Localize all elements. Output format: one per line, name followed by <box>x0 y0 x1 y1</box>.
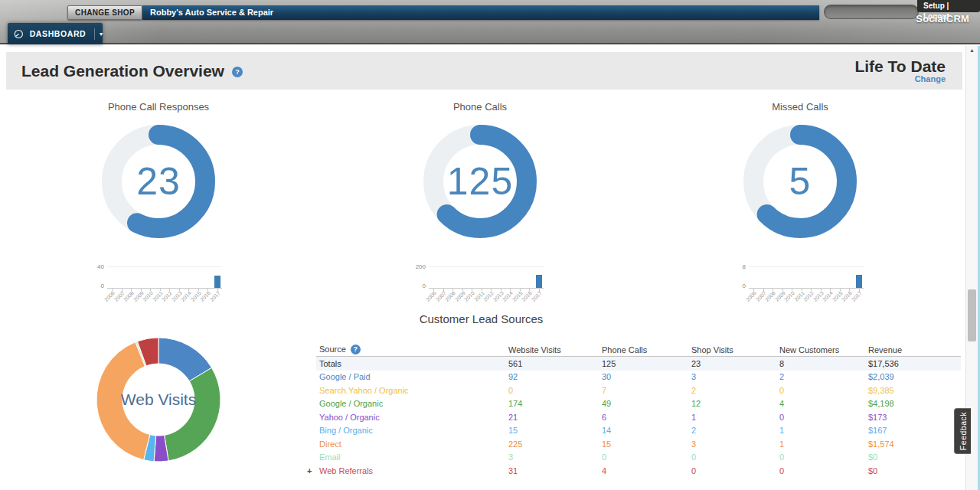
website-visits-cell: 225 <box>508 439 602 449</box>
revenue-cell: $173 <box>868 413 961 422</box>
y-axis-min: 0 <box>727 283 746 289</box>
chevron-down-icon[interactable]: ▾ <box>100 31 103 38</box>
donut-segment[interactable] <box>96 342 150 460</box>
gauge-value: 23 <box>101 124 216 239</box>
website-visits-cell: 31 <box>508 466 602 475</box>
table-row: Search.Yahoo / Organic 0 7 2 0 $9,385 <box>316 384 961 397</box>
gauge-phone-calls: Phone Calls 125 <box>396 101 564 239</box>
table-row: +Web Referrals 31 4 0 0 $0 <box>316 464 961 478</box>
shop-visits-cell: 3 <box>691 439 779 449</box>
phone-calls-cell: 4 <box>602 466 691 475</box>
table-row: Google / Paid 92 30 3 2 $2,039 <box>316 371 961 384</box>
scrollbar-thumb[interactable] <box>968 289 976 341</box>
help-icon[interactable]: ? <box>232 67 243 77</box>
feedback-tab[interactable]: Feedback <box>954 408 971 454</box>
table-row: Bing / Organic 15 14 2 1 $167 <box>316 424 961 438</box>
table-row: Direct 225 15 3 1 $1,574 <box>316 437 961 451</box>
column-new-customers: New Customers <box>779 345 868 354</box>
help-icon[interactable]: ? <box>351 345 361 354</box>
new-customers-cell: 1 <box>779 426 868 435</box>
new-customers-cell: 0 <box>779 466 868 475</box>
gauge-phone-call-responses: Phone Call Responses 23 <box>74 101 243 239</box>
table-row: Email 3 0 0 0 $0 <box>316 451 961 465</box>
website-visits-cell: 0 <box>508 386 602 395</box>
brand-logo: SocialCRM <box>916 13 969 24</box>
shop-name: Robby's Auto Service & Repair <box>142 5 819 20</box>
new-customers-cell: 4 <box>779 399 868 408</box>
source-cell[interactable]: Direct <box>316 439 508 449</box>
new-customers-cell: 0 <box>779 413 868 422</box>
gauge-value: 125 <box>423 124 537 239</box>
source-cell[interactable]: +Web Referrals <box>316 466 508 475</box>
phone-calls-cell: 14 <box>602 426 691 435</box>
yearly-trend-chart-calls: 200 0 2006200720082009201020112012201320… <box>407 263 545 302</box>
bar-2017 <box>214 276 220 288</box>
source-cell[interactable]: Totals <box>316 359 508 368</box>
column-revenue: Revenue <box>868 345 961 354</box>
website-visits-cell: 92 <box>508 372 602 381</box>
website-visits-cell: 15 <box>508 426 602 435</box>
y-axis-max: 40 <box>86 263 104 270</box>
source-cell[interactable]: Bing / Organic <box>316 426 508 435</box>
table-row: Yahoo / Organic 21 6 1 0 $173 <box>316 410 961 424</box>
shop-visits-cell: 0 <box>691 466 779 475</box>
feedback-label: Feedback <box>959 412 968 450</box>
setup-logout-button[interactable]: Setup | Logout <box>917 0 980 12</box>
lead-sources-table: Source? Website Visits Phone Calls Shop … <box>316 343 961 478</box>
new-customers-cell: 2 <box>779 372 868 381</box>
table-header-row: Source? Website Visits Phone Calls Shop … <box>316 343 961 357</box>
phone-calls-cell: 7 <box>602 386 691 395</box>
chart-plot: 2006200720082009201020112012201320142015… <box>749 266 864 289</box>
revenue-cell: $2,039 <box>868 372 961 381</box>
dashboard-tab-label: DASHBOARD <box>30 29 87 38</box>
scroll-up-arrow[interactable]: ▲ <box>969 47 975 53</box>
phone-calls-cell: 125 <box>602 359 691 368</box>
shop-visits-cell: 23 <box>691 359 779 368</box>
new-customers-cell: 0 <box>779 386 868 395</box>
web-visits-donut-chart[interactable]: Web Visits <box>96 337 221 462</box>
table-row: Totals 561 125 23 8 $17,536 <box>316 357 961 371</box>
source-cell[interactable]: Google / Paid <box>316 372 508 381</box>
shop-visits-cell: 0 <box>691 452 779 462</box>
gauge-title: Phone Call Responses <box>74 101 243 113</box>
donut-segment[interactable] <box>165 368 220 461</box>
website-visits-cell: 21 <box>508 413 602 422</box>
table-row: Google / Organic 174 49 12 4 $4,198 <box>316 397 961 411</box>
chart-plot: 2006200720082009201020112012201320142015… <box>429 266 544 289</box>
header-pill <box>824 5 919 19</box>
lead-sources-title: Customer Lead Sources <box>0 312 962 325</box>
revenue-cell: $17,536 <box>868 359 961 368</box>
gauge-missed-calls: Missed Calls 5 <box>716 101 884 239</box>
column-website-visits: Website Visits <box>508 345 602 354</box>
source-cell[interactable]: Search.Yahoo / Organic <box>316 386 508 395</box>
overview-header-band: Lead Generation Overview ? Life To Date … <box>6 52 962 90</box>
phone-calls-cell: 6 <box>602 413 691 422</box>
source-cell[interactable]: Email <box>316 452 508 462</box>
tab-divider <box>94 28 95 40</box>
phone-calls-cell: 15 <box>602 439 691 449</box>
new-customers-cell: 0 <box>779 452 868 462</box>
speedometer-icon <box>14 27 24 41</box>
tab-dashboard[interactable]: DASHBOARD ▾ <box>8 23 103 44</box>
source-cell[interactable]: Yahoo / Organic <box>316 413 508 422</box>
new-customers-cell: 1 <box>779 439 868 449</box>
shop-name-bar: Robby's Auto Service & Repair <box>142 5 819 20</box>
source-cell[interactable]: Google / Organic <box>316 399 508 408</box>
change-shop-button[interactable]: CHANGE SHOP <box>67 5 142 20</box>
gauge-title: Phone Calls <box>396 101 564 113</box>
y-axis-max: 200 <box>407 263 426 270</box>
chart-plot: 2006200720082009201020112012201320142015… <box>107 266 222 289</box>
phone-calls-cell: 30 <box>602 372 691 381</box>
phone-calls-cell: 49 <box>602 399 691 408</box>
expand-icon[interactable]: + <box>307 466 312 475</box>
shop-visits-cell: 3 <box>691 372 779 381</box>
gauge-title: Missed Calls <box>716 101 884 113</box>
revenue-cell: $167 <box>868 426 961 435</box>
y-axis-min: 0 <box>407 283 426 289</box>
new-customers-cell: 8 <box>779 359 868 368</box>
phone-calls-cell: 0 <box>602 452 691 462</box>
change-period-link[interactable]: Change <box>854 74 946 84</box>
revenue-cell: $1,574 <box>868 439 961 449</box>
revenue-cell: $9,385 <box>868 386 961 395</box>
website-visits-cell: 3 <box>508 452 602 462</box>
